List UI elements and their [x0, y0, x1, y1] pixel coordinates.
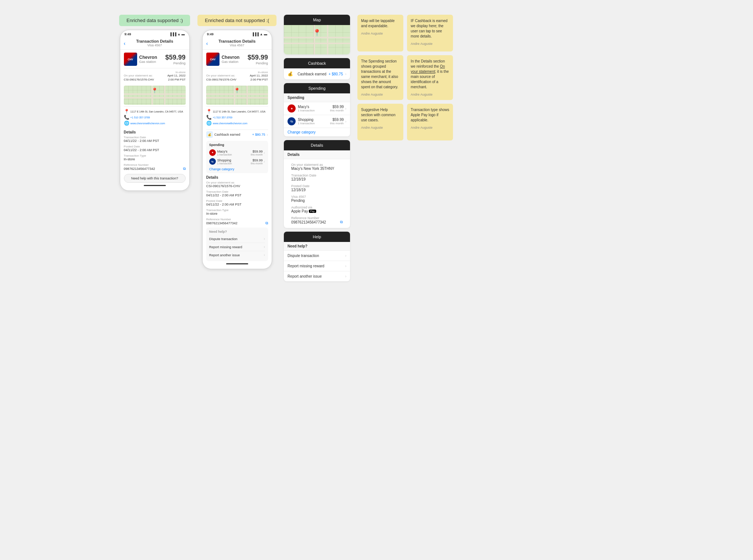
banner-supported: Enriched data supported :): [119, 15, 190, 26]
ref-row-2: 09876213456477342 ⧉: [206, 221, 268, 225]
notes-section: Map will be tappable and expandable. And…: [357, 15, 453, 140]
note-text-3: The Spending section shows grouped trans…: [361, 59, 400, 90]
phone-icon-1: 📞: [124, 115, 129, 120]
panel-shopping-name: Shopping: [298, 118, 330, 122]
left-column: Enriched data supported :) 9:49 ▐▐▐ ▲ ▬ …: [119, 15, 190, 191]
website-2[interactable]: www.chevronwithchevron.com: [213, 122, 247, 125]
posted-date-detail-label: Posted Date: [291, 184, 343, 188]
back-button-2[interactable]: ‹: [206, 40, 208, 46]
note-author-2: Andre Auguste: [411, 42, 449, 46]
note-author-5: Andre Auguste: [361, 126, 400, 129]
another-issue-panel-chevron: ›: [345, 274, 346, 278]
cashback-row-2[interactable]: 💰 Cashback earned + $80.75 ›: [206, 129, 268, 139]
panel-map[interactable]: 📍: [284, 25, 350, 54]
info-section-2: In-store On your statement as: April 11,…: [206, 68, 268, 84]
posted-date-label-1: Posted Date: [124, 145, 186, 148]
posted-date-detail-value: 12/18/19: [291, 188, 343, 192]
phone-header-1: ‹ Transaction Details Visa 4567: [120, 38, 189, 50]
road-h-2: [124, 97, 186, 99]
statement-value-row-1: CSI-090176/1576-CHV 2:00 PM PST: [124, 78, 186, 81]
dispute-chevron-2: ›: [264, 237, 265, 241]
txn-date-val-1: 04/11/22 - 2:00 AM PST: [124, 139, 186, 143]
copy-icon-2[interactable]: ⧉: [265, 221, 268, 225]
info-section-1: In-store On your statement as: April 11,…: [124, 68, 186, 84]
cashback-icon-panel: 💰: [288, 71, 293, 76]
help-button-1[interactable]: Need help with this transaction?: [124, 174, 186, 183]
cashback-chevron-2: ›: [267, 133, 268, 137]
panel-cashback-row[interactable]: 💰 Cashback earned + $80.75 ›: [284, 68, 350, 79]
contact-section-2: 📍 1117 E 14th St, San Leandro, CA 94577,…: [206, 106, 268, 128]
panel-change-category[interactable]: Change category: [284, 128, 350, 136]
cashback-panel-header: Cashback: [284, 58, 350, 68]
another-issue-chevron-2: ›: [264, 253, 265, 257]
posted-date-label-2: Posted Date: [206, 199, 268, 203]
statement-as-val-2: CSI-090176/1576-CHV: [206, 184, 268, 188]
banner-not-supported: Enriched data not supported :(: [197, 15, 276, 26]
dispute-panel-item[interactable]: Dispute transaction ›: [284, 251, 350, 261]
ref-detail-label: Reference Number: [291, 216, 343, 220]
help-panel-header: Help: [284, 232, 350, 242]
details-title-2: Details: [206, 175, 268, 179]
spending-section-header: Spending: [284, 93, 350, 102]
posted-date-detail-row: Posted Date 12/18/19: [288, 183, 346, 193]
statement-as-field-2: On your statement as CSI-090176/1576-CHV: [206, 181, 268, 188]
spending-row-macys-2[interactable]: ★ Macy's 1 transaction $59.99 this month…: [209, 148, 265, 157]
details-title-1: Details: [124, 130, 186, 134]
dispute-item-2[interactable]: Dispute transaction ›: [209, 235, 265, 243]
panel-spending-macys[interactable]: ★ Macy's 1 transaction $59.99 this month…: [284, 102, 350, 115]
spending-row-shopping-2[interactable]: 🛍 Shopping 1 transaction $59.99 this mon…: [209, 157, 265, 166]
back-button-1[interactable]: ‹: [124, 40, 126, 46]
spending-sub-macys: 1 transaction: [217, 153, 251, 156]
in-store-1: In-store: [124, 71, 186, 74]
merchant-name-1: Chevron: [139, 55, 165, 60]
spending-section-2: Spending ★ Macy's 1 transaction $59.99 t…: [206, 141, 268, 173]
merchant-amount-2: $59.99: [248, 54, 268, 61]
statement-as-label-2: On your statement as: [206, 181, 268, 184]
road-v-4: [246, 86, 248, 105]
details-panel-header: Details: [284, 140, 350, 150]
statement-detail-label: On your statement as: [291, 163, 343, 167]
header-title-1: Transaction Details: [123, 39, 186, 43]
txn-type-val-1: In-store: [124, 157, 186, 161]
authorized-detail-row: Authorized via Apple Pay Pay: [288, 204, 346, 215]
status-time-1: 9:49: [125, 32, 131, 36]
map-1[interactable]: 📍: [124, 86, 186, 105]
note-text-2: IF Cashback is earned we display here; t…: [411, 18, 449, 39]
spending-chevron-macys: ›: [264, 151, 265, 155]
another-issue-panel-item[interactable]: Report another issue ›: [284, 271, 350, 281]
spending-panel-header: Spending: [284, 83, 350, 93]
website-1[interactable]: www.chevronwithchevron.com: [131, 122, 165, 125]
txn-date-detail-row: Transaction Date 12/18/19: [288, 172, 346, 183]
panel-shopping-amount: $59.99: [330, 118, 344, 122]
phone-2[interactable]: +1 510 357-3769: [213, 116, 232, 119]
cashback-block: Cashback 💰 Cashback earned + $80.75 ›: [284, 58, 350, 79]
address-1: 1117 E 14th St, San Leandro, CA 94577, U…: [131, 110, 183, 113]
copy-icon-1[interactable]: ⧉: [183, 167, 186, 171]
panel-cashback-chevron: ›: [345, 72, 346, 76]
panel-spending-shopping[interactable]: 🛍 Shopping 1 transaction $59.99 this mon…: [284, 115, 350, 128]
merchant-type-1: Gas station: [139, 60, 165, 64]
note-text-4: In the Details section we reinforced the…: [411, 59, 449, 90]
time-1: 2:00 PM PST: [168, 78, 186, 81]
merchant-name-2: Chevron: [222, 55, 248, 60]
change-category-link-2[interactable]: Change category: [209, 167, 265, 171]
missing-reward-item-2[interactable]: Report missing reward ›: [209, 243, 265, 251]
phone-1[interactable]: +1 510 357-3769: [131, 116, 150, 119]
missing-reward-panel-item[interactable]: Report missing reward ›: [284, 261, 350, 271]
spending-amount-macys: $59.99: [251, 150, 263, 153]
spending-merchant-macys: Macy's: [217, 150, 251, 153]
statement-row-2: On your statement as: April 11, 2022: [206, 74, 268, 77]
panel-road-h-2: [284, 43, 350, 44]
txn-date-detail-label: Transaction Date: [291, 174, 343, 177]
note-text-6: Transaction type shows Apple Pay logo if…: [411, 107, 449, 123]
txn-type-label-2: Transaction Type: [206, 208, 268, 212]
date-2: April 11, 2022: [250, 74, 268, 77]
spending-header-2: Spending: [209, 143, 265, 147]
another-issue-item-2[interactable]: Report another issue ›: [209, 251, 265, 259]
macys-icon-2: ★: [209, 149, 216, 156]
copy-icon-panel[interactable]: ⧉: [340, 220, 343, 224]
panel-shopping-icon: 🛍: [288, 117, 296, 125]
ref-val-1: 09876213456477342: [124, 167, 155, 171]
panel-macys-period: this month: [330, 109, 344, 112]
map-2[interactable]: 📍: [206, 86, 268, 105]
